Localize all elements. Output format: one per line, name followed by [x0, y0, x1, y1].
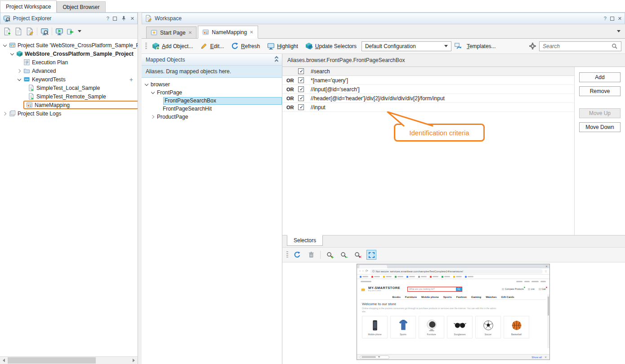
- expander-icon[interactable]: [10, 52, 14, 56]
- expander-icon[interactable]: [151, 115, 155, 119]
- tree-item-project[interactable]: WebStore_CrossPlatform_Sample_Project: [0, 49, 138, 58]
- tree-item-simpletest-local[interactable]: SimpleTest_Local_Sample: [0, 84, 138, 92]
- sync-configurations-icon[interactable]: [454, 42, 462, 50]
- expander-icon[interactable]: [151, 90, 155, 95]
- close-icon[interactable]: ✕: [130, 16, 134, 21]
- highlight-icon: [267, 42, 275, 50]
- horizontal-scrollbar[interactable]: [0, 356, 138, 364]
- selector-row[interactable]: OR //input[@id='search']: [282, 85, 574, 94]
- remove-button[interactable]: Remove: [579, 86, 621, 96]
- templates-button[interactable]: Templates...: [464, 42, 498, 51]
- fit-to-window-icon[interactable]: [366, 250, 376, 260]
- category-card: Mobile phone: [362, 316, 388, 338]
- tree-item-project-suite-logs[interactable]: Project Suite Logs: [0, 109, 138, 118]
- add-existing-item-icon[interactable]: [14, 27, 22, 36]
- tab-namemapping[interactable]: NameMapping ✕: [198, 26, 258, 39]
- tab-selectors[interactable]: Selectors: [287, 235, 323, 246]
- tree-item-project-suite[interactable]: Project Suite 'WebStore_CrossPlatform_Sa…: [0, 41, 138, 49]
- zoom-reset-icon[interactable]: ✕: [353, 250, 362, 260]
- store-search-box-highlighted: What are you looking for?: [407, 287, 462, 292]
- expander-icon[interactable]: [17, 69, 22, 73]
- run-dropdown-icon[interactable]: [78, 30, 81, 32]
- tree-item-keywordtests[interactable]: KeywordTests +: [0, 75, 138, 84]
- help-icon[interactable]: ?: [107, 16, 109, 21]
- selector-buttons: Add Remove Move Up Move Down: [575, 67, 625, 235]
- close-tab-icon[interactable]: ✕: [250, 30, 253, 35]
- expander-icon[interactable]: [144, 82, 149, 87]
- expander-icon[interactable]: [3, 111, 7, 116]
- tree-item-namemapping[interactable]: NameMapping: [0, 101, 138, 109]
- project-explorer-panel: Project Explorer ? ✕ Project Suite ': [0, 13, 138, 364]
- close-icon: ✕: [545, 265, 548, 268]
- expander-icon[interactable]: [3, 43, 7, 48]
- move-down-button[interactable]: Move Down: [579, 122, 621, 132]
- add-item-icon[interactable]: [3, 27, 11, 36]
- zoom-in-icon[interactable]: +: [325, 250, 335, 260]
- ball-chair-image: [425, 319, 438, 332]
- run-local-icon[interactable]: [55, 27, 63, 36]
- workspace-panel: Workspace ? ✕ Start Page ✕ NameMapping ✕: [142, 13, 625, 364]
- float-icon[interactable]: [610, 17, 614, 21]
- update-selectors-button[interactable]: Update Selectors: [303, 41, 359, 51]
- selector-row[interactable]: OR //header[@id='header']/div[2]/div/div…: [282, 94, 574, 103]
- expander-icon[interactable]: [17, 77, 22, 82]
- tree-item-productpage[interactable]: ProductPage: [142, 113, 282, 121]
- mapped-objects-panel: Mapped Objects Aliases. Drag mapped obje…: [142, 54, 282, 364]
- scroll-right-icon[interactable]: [130, 357, 138, 364]
- highlight-button[interactable]: Highlight: [265, 41, 300, 51]
- store-welcome-heading: Welcome to our store: [362, 302, 546, 306]
- tab-object-browser[interactable]: Object Browser: [57, 1, 105, 12]
- search-icon: [612, 43, 618, 49]
- refresh-preview-icon[interactable]: [292, 250, 302, 260]
- collapse-icon[interactable]: [275, 57, 278, 62]
- gear-icon[interactable]: [529, 42, 536, 50]
- category-card: Soccer: [475, 316, 501, 338]
- tree-item-advanced[interactable]: Advanced: [0, 67, 138, 75]
- crown-icon: [361, 287, 366, 292]
- tab-list-dropdown-icon[interactable]: [617, 30, 621, 32]
- keyword-test-icon: [28, 93, 35, 100]
- pin-icon[interactable]: [121, 15, 127, 22]
- tree-item-simpletest-remote[interactable]: SimpleTest_Remote_Sample: [0, 92, 138, 101]
- add-keyword-test-icon[interactable]: +: [129, 76, 133, 83]
- selector-checkbox[interactable]: [298, 104, 304, 110]
- tab-project-workspace[interactable]: Project Workspace: [0, 0, 57, 13]
- run-remote-icon[interactable]: [67, 27, 75, 36]
- scroll-left-icon[interactable]: [0, 357, 8, 364]
- selector-row[interactable]: OR //input: [282, 103, 574, 112]
- close-icon[interactable]: ✕: [618, 16, 622, 21]
- float-icon[interactable]: [113, 17, 117, 21]
- store-nav: Books Furniture Mobile phone Sports Fash…: [361, 294, 546, 300]
- toolbar-separator: [37, 27, 37, 36]
- edit-button[interactable]: Edit...: [198, 41, 226, 51]
- close-tab-icon[interactable]: ✕: [188, 31, 192, 35]
- tree-item-frontpage[interactable]: FrontPage: [142, 89, 282, 97]
- configuration-select[interactable]: Default Configuration: [362, 41, 451, 51]
- selector-checkbox[interactable]: [298, 95, 304, 101]
- zoom-out-icon[interactable]: −: [339, 250, 348, 260]
- selector-row[interactable]: OR *[name='query']: [282, 76, 574, 85]
- refresh-button[interactable]: Refresh: [229, 41, 262, 51]
- tree-item-execution-plan[interactable]: Execution Plan: [0, 58, 138, 67]
- browser-download-bar: Show all ✕: [357, 354, 549, 360]
- category-card: Sunglasses: [447, 316, 473, 338]
- add-button[interactable]: Add: [579, 72, 621, 82]
- add-object-button[interactable]: Add Object...: [150, 41, 195, 51]
- search-input[interactable]: Search: [539, 41, 621, 51]
- category-card: Furniture: [419, 316, 444, 338]
- tab-start-page[interactable]: Start Page ✕: [146, 27, 196, 38]
- tree-item-frontpagesearchhit[interactable]: FrontPageSearchHit: [142, 105, 282, 113]
- store-header: MY-SMARTSTORE buy with a smile What are …: [361, 284, 546, 294]
- tree-item-browser[interactable]: browser: [142, 80, 282, 89]
- scrollbar-thumb[interactable]: [8, 357, 96, 364]
- delete-image-icon[interactable]: [306, 250, 316, 260]
- move-up-button[interactable]: Move Up: [579, 108, 621, 118]
- selector-checkbox[interactable]: [298, 86, 304, 92]
- selector-row[interactable]: #search: [282, 67, 574, 76]
- edit-item-icon[interactable]: [26, 27, 34, 36]
- selector-checkbox[interactable]: [298, 77, 304, 83]
- help-icon[interactable]: ?: [604, 16, 607, 21]
- selector-checkbox[interactable]: [298, 68, 304, 74]
- tree-item-frontpagesearchbox[interactable]: FrontPageSearchBox: [142, 97, 282, 105]
- object-spy-icon[interactable]: [40, 27, 49, 36]
